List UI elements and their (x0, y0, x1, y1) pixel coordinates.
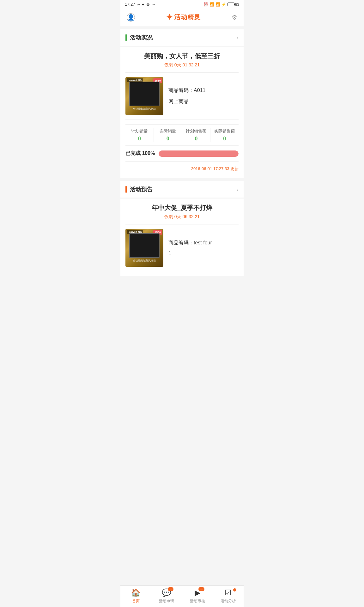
progress-bar-fill (159, 150, 239, 157)
wifi-icon: 📶 (209, 2, 214, 7)
preview-card-countdown: 仅剩 0天 06:32:21 (125, 214, 239, 220)
battery-percent: 83 (235, 2, 239, 7)
settings-button[interactable]: ⚙ (232, 14, 237, 21)
stat-planned-sales-label: 计划销量 (125, 128, 154, 134)
stat-actual-sales: 实际销量 0 (154, 128, 182, 142)
preview-product-code: 商品编码：test four (168, 240, 239, 246)
card-divider-2 (125, 120, 239, 120)
card-divider-3 (125, 161, 239, 162)
status-left: 17:27 ∞ ● ⊛ ··· (125, 2, 155, 7)
status-infinity: ∞ (137, 2, 140, 7)
app-logo: ✦ 活动精灵 (166, 12, 201, 22)
preview-title: 活动预告 (130, 186, 153, 193)
card-divider-1 (125, 72, 239, 73)
active-product-code: 商品编码：A011 (168, 87, 239, 94)
active-stats-row: 计划销量 0 实际销量 0 计划销售额 0 实际销售额 0 (125, 124, 239, 146)
progress-bar-bg (159, 150, 239, 157)
charging-icon: ⚡ (221, 2, 226, 7)
oven-desc: 全功能高端蒸汽烤箱 (132, 107, 157, 111)
logo-star: ✦ (166, 12, 173, 22)
active-product-image: Hauswirt 海氏 1580 全功能高端蒸汽烤箱 (125, 77, 163, 115)
stat-planned-revenue-label: 计划销售额 (182, 128, 210, 134)
status-time: 17:27 (125, 2, 135, 7)
user-avatar-button[interactable]: 👤 (127, 13, 135, 21)
preview-card-title: 年中大促_夏季不打烊 (125, 204, 239, 212)
stat-planned-revenue-value: 0 (182, 136, 210, 142)
status-dots: ··· (152, 2, 155, 7)
active-section-header: 活动实况 › (120, 29, 244, 46)
active-title: 活动实况 (130, 34, 153, 41)
preview-product-type: 1 (168, 251, 239, 256)
active-arrow[interactable]: › (237, 34, 239, 41)
active-card-title: 美丽购，女人节，低至三折 (125, 52, 239, 60)
oven-door (129, 82, 160, 106)
progress-row: 已完成 100% (125, 150, 239, 157)
stat-planned-sales-value: 0 (125, 136, 154, 142)
stat-actual-sales-value: 0 (154, 136, 182, 142)
preview-product-row: Hauswirt 海氏 1580 全功能高端蒸汽烤箱 商品编码：test fou… (125, 229, 239, 267)
active-card-countdown: 仅剩 0天 01:32:21 (125, 62, 239, 68)
active-activity-card: 美丽购，女人节，低至三折 仅剩 0天 01:32:21 Hauswirt 海氏 … (120, 47, 244, 178)
alarm-icon: ⏰ (203, 2, 208, 7)
active-product-row: Hauswirt 海氏 1580 全功能高端蒸汽烤箱 商品编码：A011 网上商… (125, 77, 239, 115)
progress-percent: 100% (142, 150, 155, 156)
preview-arrow[interactable]: › (237, 186, 239, 193)
progress-label: 已完成 100% (125, 150, 155, 157)
stat-actual-revenue-label: 实际销售额 (210, 128, 239, 134)
battery: 83 (228, 2, 239, 7)
status-shield-icon: ⊛ (146, 2, 150, 7)
update-button[interactable]: 更新 (230, 166, 239, 171)
stat-planned-sales: 计划销量 0 (125, 128, 154, 142)
active-product-info: 商品编码：A011 网上商品 (168, 77, 239, 115)
stat-actual-revenue: 实际销售额 0 (210, 128, 239, 142)
progress-text: 已完成 (125, 150, 141, 156)
status-bar: 17:27 ∞ ● ⊛ ··· ⏰ 📶 📶 ⚡ 83 (120, 0, 244, 9)
active-title-wrap: 活动实况 (125, 34, 153, 41)
preview-title-wrap: 活动预告 (125, 186, 153, 193)
status-right: ⏰ 📶 📶 ⚡ 83 (203, 2, 239, 7)
update-time: 2016-06-01 17:27:33 更新 (125, 166, 239, 173)
stat-planned-revenue: 计划销售额 0 (182, 128, 211, 142)
stat-actual-sales-label: 实际销量 (154, 128, 182, 134)
preview-activity-card: 年中大促_夏季不打烊 仅剩 0天 06:32:21 Hauswirt 海氏 15… (120, 199, 244, 276)
active-product-type: 网上商品 (168, 98, 239, 105)
signal-icon: 📶 (215, 2, 220, 7)
preview-card-divider (125, 224, 239, 224)
preview-product-info: 商品编码：test four 1 (168, 229, 239, 267)
status-chat-icon: ● (142, 2, 144, 7)
preview-oven-desc: 全功能高端蒸汽烤箱 (132, 259, 157, 262)
app-header: 👤 ✦ 活动精灵 ⚙ (120, 9, 244, 26)
preview-section-header: 活动预告 › (120, 181, 244, 198)
user-icon: 👤 (127, 14, 134, 21)
logo-text: 活动精灵 (174, 13, 201, 21)
update-time-text: 2016-06-01 17:27:33 (191, 166, 229, 171)
preview-oven-door (129, 233, 160, 258)
active-bar (125, 34, 127, 41)
preview-bar (125, 186, 127, 193)
stat-actual-revenue-value: 0 (210, 136, 239, 142)
preview-product-image: Hauswirt 海氏 1580 全功能高端蒸汽烤箱 (125, 229, 163, 267)
